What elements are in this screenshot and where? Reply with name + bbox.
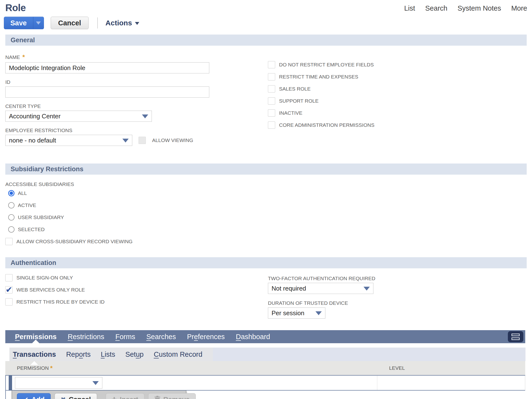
center-type-value: Accounting Center <box>9 113 61 120</box>
column-separator <box>377 376 377 390</box>
save-split-button: Save <box>4 17 44 29</box>
trash-icon <box>154 396 161 399</box>
checkbox-row: DO NOT RESTRICT EMPLOYEE FIELDS <box>268 59 374 71</box>
check-icon <box>23 396 28 399</box>
allow-viewing-label: ALLOW VIEWING <box>152 137 193 143</box>
subsidiary-all-radio[interactable] <box>8 190 14 196</box>
do-not-restrict-employee-fields-checkbox[interactable] <box>268 61 275 68</box>
checkbox-label: SINGLE SIGN-ON ONLY <box>16 275 73 281</box>
nav-link-search[interactable]: Search <box>425 4 448 12</box>
center-type-select[interactable]: Accounting Center <box>5 111 152 122</box>
subsidiary-user-radio[interactable] <box>8 214 14 221</box>
checkbox-label: DO NOT RESTRICT EMPLOYEE FIELDS <box>279 62 374 68</box>
save-button[interactable]: Save <box>4 17 33 29</box>
subtab-lists[interactable]: Lists <box>101 348 115 361</box>
id-input[interactable] <box>5 86 209 98</box>
support-role-checkbox[interactable] <box>268 97 275 105</box>
top-nav-links: List Search System Notes More <box>404 4 527 12</box>
triangle-down-icon <box>142 114 148 118</box>
general-checkbox-column: DO NOT RESTRICT EMPLOYEE FIELDS RESTRICT… <box>268 59 374 131</box>
accessible-subsidiaries-label: ACCESSIBLE SUBSIDIARIES <box>5 181 532 187</box>
subsidiary-section: ACCESSIBLE SUBSIDIARIES ALL ACTIVE USER … <box>5 181 532 248</box>
name-input[interactable] <box>5 62 209 73</box>
required-asterisk: * <box>22 53 25 61</box>
radio-row: USER SUBSIDIARY <box>8 211 532 223</box>
insert-button[interactable]: Insert <box>106 393 144 399</box>
core-administration-permissions-checkbox[interactable] <box>268 121 275 129</box>
checkbox-row: RESTRICT TIME AND EXPENSES <box>268 71 374 83</box>
subtab-reports[interactable]: Reports <box>66 348 91 361</box>
subtab-custom-record[interactable]: Custom Record <box>154 348 202 361</box>
radio-label: ALL <box>18 190 27 196</box>
permissions-table-footer: Add Cancel Insert Remove <box>5 391 525 399</box>
subtab-strip: Transactions Reports Lists Setup Custom … <box>9 348 525 361</box>
checkbox-row: SALES ROLE <box>268 83 374 95</box>
tab-preferences[interactable]: Preferences <box>187 330 225 343</box>
collapse-tabs-button[interactable] <box>508 331 523 342</box>
checkbox-label: ALLOW CROSS-SUBSIDIARY RECORD VIEWING <box>16 239 133 244</box>
permissions-table: PERMISSION * LEVEL Add Cancel Insert <box>5 361 525 399</box>
duration-value: Per session <box>272 309 304 317</box>
checkbox-label: INACTIVE <box>279 110 302 116</box>
tab-searches[interactable]: Searches <box>146 330 176 343</box>
section-header-subsidiary: Subsidiary Restrictions <box>5 164 527 175</box>
triangle-down-icon <box>364 287 370 291</box>
subtab-zone: Transactions Reports Lists Setup Custom … <box>9 348 213 361</box>
sales-role-checkbox[interactable] <box>268 85 275 93</box>
restrict-role-by-device-id-checkbox[interactable] <box>5 298 13 306</box>
triangle-down-icon <box>135 22 139 25</box>
general-section: NAME * ID CENTER TYPE Accounting Center … <box>5 53 532 158</box>
cancel-button[interactable]: Cancel <box>51 17 89 29</box>
remove-button[interactable]: Remove <box>148 393 196 399</box>
actions-label: Actions <box>105 19 132 27</box>
permission-select[interactable] <box>15 377 102 389</box>
actions-menu-button[interactable]: Actions <box>105 19 139 27</box>
checkbox-row: CORE ADMINISTRATION PERMISSIONS <box>268 119 374 131</box>
tab-dashboard[interactable]: Dashboard <box>236 330 270 343</box>
page-header: Role List Search System Notes More <box>0 0 532 13</box>
tab-restrictions[interactable]: Restrictions <box>68 330 104 343</box>
permissions-table-header: PERMISSION * LEVEL <box>5 361 525 376</box>
tab-forms[interactable]: Forms <box>115 330 135 343</box>
radio-row: ALL <box>8 187 532 199</box>
checkbox-row: INACTIVE <box>268 107 374 119</box>
subsidiary-active-radio[interactable] <box>8 202 14 208</box>
nav-link-list[interactable]: List <box>404 4 415 12</box>
employee-restrictions-select[interactable]: none - no default <box>5 135 132 146</box>
radio-row: ACTIVE <box>8 199 532 211</box>
subsidiary-selected-radio[interactable] <box>8 226 14 233</box>
record-tab-bar: Permissions Restrictions Forms Searches … <box>5 330 525 343</box>
triangle-down-icon <box>315 311 322 315</box>
allow-viewing-checkbox[interactable] <box>139 137 146 144</box>
section-header-authentication: Authentication <box>5 257 527 268</box>
checkbox-label: RESTRICT TIME AND EXPENSES <box>279 74 358 80</box>
subtab-transactions[interactable]: Transactions <box>13 348 56 361</box>
radio-label: USER SUBSIDIARY <box>18 214 64 220</box>
nav-link-more[interactable]: More <box>511 4 527 12</box>
authentication-section: SINGLE SIGN-ON ONLY WEB SERVICES ONLY RO… <box>5 272 532 322</box>
restrict-time-and-expenses-checkbox[interactable] <box>268 73 275 80</box>
permission-edit-row <box>5 376 525 391</box>
plus-icon <box>112 396 117 399</box>
checkbox-row: ALLOW CROSS-SUBSIDIARY RECORD VIEWING <box>5 235 532 248</box>
duration-select[interactable]: Per session <box>268 307 325 319</box>
nav-link-system-notes[interactable]: System Notes <box>457 4 501 12</box>
inactive-checkbox[interactable] <box>268 109 275 117</box>
row-cancel-button[interactable]: Cancel <box>55 393 97 399</box>
subtab-setup[interactable]: Setup <box>125 348 144 361</box>
tab-permissions[interactable]: Permissions <box>15 330 56 343</box>
duration-label: DURATION OF TRUSTED DEVICE <box>268 300 375 306</box>
two-factor-value: Not required <box>272 285 306 292</box>
allow-cross-subsidiary-checkbox[interactable] <box>5 238 13 245</box>
add-button[interactable]: Add <box>17 393 51 399</box>
web-services-only-role-checkbox[interactable] <box>5 286 13 293</box>
employee-restrictions-value: none - no default <box>9 137 56 144</box>
section-header-general: General <box>5 35 527 46</box>
single-sign-on-only-checkbox[interactable] <box>5 274 13 281</box>
two-factor-select[interactable]: Not required <box>268 283 373 294</box>
checkbox-label: SALES ROLE <box>279 86 311 92</box>
checkbox-label: RESTRICT THIS ROLE BY DEVICE ID <box>16 299 105 305</box>
save-dropdown-button[interactable] <box>33 17 44 29</box>
triangle-down-icon <box>92 381 99 385</box>
x-icon <box>61 396 66 399</box>
